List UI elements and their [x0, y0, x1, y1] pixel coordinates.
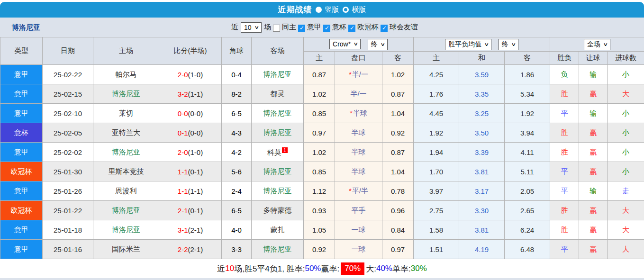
result-wdl: 平 — [550, 104, 579, 123]
result-goals: 小 — [608, 162, 644, 181]
league-badge: 意甲 — [0, 143, 43, 162]
result-goals: 小 — [608, 123, 644, 143]
result-handicap: 赢 — [579, 201, 608, 220]
chevron-down-icon: ∨ — [603, 42, 608, 47]
away-team: 博洛尼亚 — [252, 162, 304, 181]
handicap-line: 平手 — [335, 201, 382, 220]
checkbox-league-friendly[interactable] — [381, 25, 388, 32]
results-table: 类型 日期 主场 比分(半场) 角球 客场 Crow*∨ 终∨ 胜平负均值∨ 终… — [0, 37, 644, 259]
handicap-line: *平/半 — [335, 181, 382, 201]
chevron-down-icon: ∨ — [353, 41, 358, 46]
league-label-serie-a[interactable]: 意甲 — [307, 23, 321, 32]
table-row: 意甲25-01-26恩波利1-1(1-1)2-4博洛尼亚1.12*平/半0.78… — [0, 181, 644, 201]
corner-score: 6-5 — [222, 104, 252, 123]
odds-home: 0.87 — [304, 65, 335, 84]
table-row: 欧冠杯25-01-22博洛尼亚2-1(0-1)6-5多特蒙德0.93平手0.96… — [0, 201, 644, 220]
sub-header-mean-home: 主 — [414, 52, 459, 65]
mean-home: 1.76 — [414, 84, 459, 104]
odds-home: 0.93 — [304, 201, 335, 220]
mean-away: 5.34 — [505, 84, 550, 104]
league-badge: 欧冠杯 — [0, 201, 43, 220]
checkbox-league-serie-a[interactable] — [298, 25, 305, 32]
handicap-line: 半球 — [335, 162, 382, 181]
table-row: 意甲25-02-10莱切0-0(0-0)6-5博洛尼亚0.85*半球1.044.… — [0, 104, 644, 123]
scope-select[interactable]: 全场∨ — [584, 39, 610, 50]
radio-horizontal[interactable] — [343, 7, 349, 13]
away-team: 博洛尼亚 — [252, 240, 304, 259]
filter-controls: 近 10∨ 场 同主 意甲 意杯 欧冠杯 球会友谊 — [231, 22, 418, 33]
result-wdl: 胜 — [550, 123, 579, 143]
checkbox-same-home[interactable] — [273, 25, 280, 32]
mean-time-select[interactable]: 终∨ — [499, 39, 518, 50]
result-wdl: 胜 — [550, 220, 579, 240]
radio-vertical-label[interactable]: 竖版 — [325, 5, 339, 14]
mean-home: 1.58 — [414, 220, 459, 240]
handicap-line: 半/一 — [335, 84, 382, 104]
league-label-ucl[interactable]: 欧冠杯 — [357, 23, 379, 32]
away-team: 博洛尼亚 — [252, 123, 304, 143]
table-row: 意甲25-01-16国际米兰2-2(2-1)3-3博洛尼亚0.92一球0.971… — [0, 240, 644, 259]
result-goals: 走 — [608, 181, 644, 201]
odds-away: 0.84 — [382, 220, 414, 240]
mean-draw: 3.17 — [459, 181, 505, 201]
match-date: 25-01-16 — [43, 240, 93, 259]
match-date: 25-02-10 — [43, 104, 93, 123]
result-wdl: 负 — [550, 65, 579, 84]
league-label-friendly[interactable]: 球会友谊 — [390, 23, 418, 32]
result-handicap: 赢 — [579, 162, 608, 181]
league-badge: 意甲 — [0, 240, 43, 259]
mean-home: 4.45 — [414, 104, 459, 123]
match-count-select[interactable]: 10∨ — [241, 22, 262, 33]
odds-away: 1.02 — [382, 65, 414, 84]
away-team: 多特蒙德 — [252, 201, 304, 220]
chevron-down-icon: ∨ — [380, 42, 385, 47]
sub-header-odds-home: 主 — [304, 52, 335, 65]
mean-away: 2.65 — [505, 201, 550, 220]
away-team: 蒙扎 — [252, 220, 304, 240]
mean-away: 6.48 — [505, 240, 550, 259]
mean-type-select[interactable]: 胜平负均值∨ — [445, 39, 491, 50]
radio-vertical-selected[interactable] — [316, 7, 322, 13]
col-header-away: 客场 — [252, 37, 304, 65]
odds-home: 1.02 — [304, 84, 335, 104]
handicap-line: *半/一 — [335, 65, 382, 84]
away-team: 都灵 — [252, 84, 304, 104]
result-handicap: 输 — [579, 104, 608, 123]
league-badge: 意杯 — [0, 123, 43, 143]
games-label: 场 — [264, 23, 271, 32]
match-date: 25-01-22 — [43, 201, 93, 220]
league-label-coppa[interactable]: 意杯 — [332, 23, 346, 32]
odds-time-select[interactable]: 终∨ — [368, 39, 388, 50]
league-badge: 欧冠杯 — [0, 162, 43, 181]
result-wdl: 胜 — [550, 143, 579, 162]
away-team-badge: 1 — [282, 147, 288, 153]
checkbox-league-coppa[interactable] — [323, 25, 330, 32]
result-goals: 大 — [608, 240, 644, 259]
table-row: 意甲25-02-15博洛尼亚3-2(1-1)8-2都灵1.02半/一0.871.… — [0, 84, 644, 104]
odds-company-select[interactable]: Crow*∨ — [329, 39, 361, 49]
team-name: 博洛尼亚 — [12, 23, 40, 32]
score-cell: 0-0(0-0) — [159, 104, 222, 123]
corner-score: 8-2 — [222, 84, 252, 104]
corner-score: 3-3 — [222, 240, 252, 259]
summary-footer: 近10场,胜5平4负1, 胜率:50% 赢率: 70% 大:40% 单率:30% — [0, 259, 644, 278]
checkbox-league-ucl[interactable] — [348, 25, 355, 32]
radio-horizontal-label[interactable]: 横版 — [352, 5, 366, 14]
same-home-label[interactable]: 同主 — [282, 23, 296, 32]
result-handicap: 赢 — [579, 220, 608, 240]
mean-draw: 4.19 — [459, 240, 505, 259]
score-cell: 3-1(2-1) — [159, 220, 222, 240]
home-team: 里斯本竞技 — [93, 162, 159, 181]
odds-home: 1.12 — [304, 181, 335, 201]
mean-away: 3.94 — [505, 123, 550, 143]
mean-draw: 3.35 — [459, 84, 505, 104]
score-cell: 0-1(0-0) — [159, 123, 222, 143]
score-cell: 2-0(1-0) — [159, 143, 222, 162]
corner-score: 2-4 — [222, 181, 252, 201]
sub-header-mean-away: 客 — [505, 52, 550, 65]
odds-home: 0.97 — [304, 123, 335, 143]
mean-home: 1.51 — [414, 240, 459, 259]
match-date: 25-02-22 — [43, 65, 93, 84]
summary-text: 30% — [411, 264, 427, 273]
mean-away: 1.92 — [505, 104, 550, 123]
